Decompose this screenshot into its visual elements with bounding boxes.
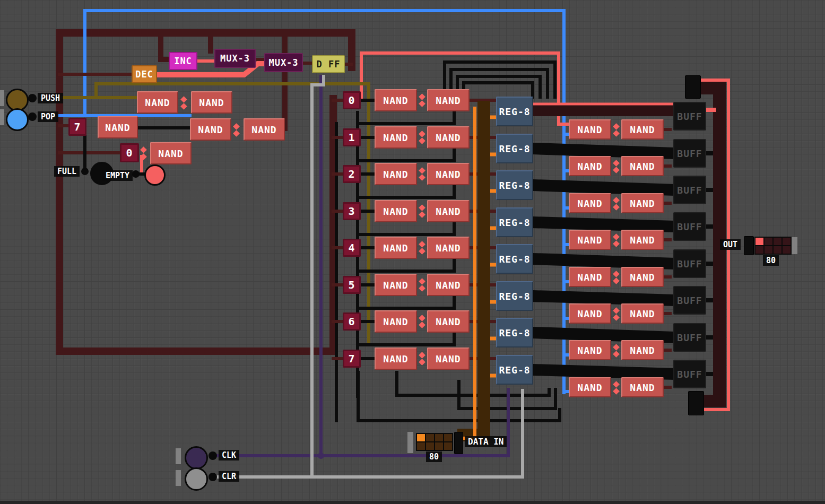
index-const-2[interactable]: 2 bbox=[343, 165, 361, 183]
nand-gate[interactable]: NAND bbox=[375, 163, 417, 185]
bit-cell-3[interactable] bbox=[444, 434, 452, 441]
nand-gate[interactable]: NAND bbox=[621, 119, 664, 140]
buff-chip[interactable]: BUFF bbox=[673, 139, 706, 168]
nand-gate[interactable]: NAND bbox=[427, 200, 470, 222]
nand-gate[interactable]: NAND bbox=[569, 119, 611, 140]
buff-chip[interactable]: BUFF bbox=[673, 102, 706, 131]
nand-gate[interactable]: NAND bbox=[569, 303, 611, 324]
bit-cell-2[interactable] bbox=[435, 434, 443, 441]
nand-gate[interactable]: NAND bbox=[375, 126, 417, 149]
nand-gate[interactable]: NAND bbox=[150, 142, 192, 164]
nand-gate[interactable]: NAND bbox=[244, 118, 285, 141]
bit-cell-6 bbox=[774, 246, 781, 254]
nand-gate[interactable]: NAND bbox=[375, 237, 417, 259]
mux3-chip-a[interactable]: MUX-3 bbox=[214, 49, 256, 68]
pop-button[interactable] bbox=[6, 108, 29, 131]
nand-gate[interactable]: NAND bbox=[427, 310, 470, 333]
dff-chip[interactable]: D FF bbox=[312, 55, 345, 73]
data-in-byte-input[interactable] bbox=[416, 433, 453, 451]
index-const-5[interactable]: 5 bbox=[343, 276, 361, 294]
out-handle[interactable] bbox=[792, 237, 797, 254]
bit-cell-5[interactable] bbox=[426, 442, 434, 450]
inc-chip[interactable]: INC bbox=[169, 52, 197, 70]
const-zero[interactable]: 0 bbox=[120, 143, 139, 162]
nand-gate[interactable]: NAND bbox=[569, 156, 611, 176]
reg8-chip[interactable]: REG-8 bbox=[496, 134, 533, 163]
buff-chip[interactable]: BUFF bbox=[673, 249, 706, 278]
nand-gate[interactable]: NAND bbox=[621, 303, 664, 324]
nand-gate[interactable]: NAND bbox=[375, 89, 417, 111]
nand-gate[interactable]: NAND bbox=[375, 347, 417, 370]
out-connector bbox=[744, 236, 754, 255]
index-const-3[interactable]: 3 bbox=[343, 202, 361, 220]
bit-cell-0[interactable] bbox=[417, 434, 425, 441]
nand-gate[interactable]: NAND bbox=[621, 377, 664, 397]
out-bus-top-connector bbox=[685, 75, 701, 99]
nand-gate[interactable]: NAND bbox=[427, 274, 470, 296]
nand-gate[interactable]: NAND bbox=[427, 237, 470, 259]
wire bbox=[358, 224, 454, 234]
dec-chip[interactable]: DEC bbox=[132, 65, 157, 83]
bit-cell-7[interactable] bbox=[444, 442, 452, 450]
index-const-6[interactable]: 6 bbox=[343, 312, 361, 331]
push-port-stub bbox=[0, 90, 4, 106]
buff-chip[interactable]: BUFF bbox=[673, 323, 706, 352]
wire bbox=[358, 187, 454, 197]
bit-cell-4 bbox=[755, 246, 763, 254]
buff-chip[interactable]: BUFF bbox=[673, 176, 706, 204]
nand-gate[interactable]: NAND bbox=[191, 91, 232, 114]
clk-button[interactable] bbox=[185, 446, 208, 470]
nand-gate[interactable]: NAND bbox=[569, 267, 611, 287]
bit-cell-1[interactable] bbox=[426, 434, 434, 441]
nand-gate[interactable]: NAND bbox=[427, 163, 470, 185]
index-const-4[interactable]: 4 bbox=[343, 239, 361, 257]
clr-label: CLR bbox=[219, 471, 239, 482]
full-label: FULL bbox=[54, 166, 80, 177]
bottom-strip bbox=[0, 501, 825, 504]
nand-gate[interactable]: NAND bbox=[621, 193, 664, 213]
mux3-chip-b[interactable]: MUX-3 bbox=[264, 53, 303, 72]
nand-gate[interactable]: NAND bbox=[375, 310, 417, 333]
nand-gate[interactable]: NAND bbox=[427, 126, 470, 149]
nand-gate[interactable]: NAND bbox=[427, 89, 470, 111]
nand-gate[interactable]: NAND bbox=[190, 118, 231, 141]
reg8-chip[interactable]: REG-8 bbox=[496, 355, 533, 385]
bit-cell-2 bbox=[774, 238, 781, 245]
nand-gate[interactable]: NAND bbox=[427, 347, 470, 370]
index-const-1[interactable]: 1 bbox=[343, 128, 361, 146]
index-const-0[interactable]: 0 bbox=[343, 91, 361, 109]
buff-chip[interactable]: BUFF bbox=[673, 212, 706, 241]
reg8-chip[interactable]: REG-8 bbox=[496, 170, 533, 200]
nand-gate[interactable]: NAND bbox=[621, 340, 664, 360]
wire-clk bbox=[213, 389, 508, 456]
const-seven[interactable]: 7 bbox=[68, 118, 86, 136]
reg8-chip[interactable]: REG-8 bbox=[496, 97, 533, 126]
out-value: 80 bbox=[763, 255, 779, 266]
nand-gate[interactable]: NAND bbox=[621, 230, 664, 250]
wire-data-in-orange bbox=[462, 108, 475, 438]
nand-gate[interactable]: NAND bbox=[569, 377, 611, 397]
wire bbox=[358, 334, 454, 345]
reg8-chip[interactable]: REG-8 bbox=[496, 318, 533, 347]
reg8-chip[interactable]: REG-8 bbox=[496, 207, 533, 237]
nand-gate[interactable]: NAND bbox=[375, 200, 417, 222]
empty-light bbox=[144, 164, 166, 186]
nand-gate[interactable]: NAND bbox=[621, 156, 664, 176]
index-const-7[interactable]: 7 bbox=[343, 350, 361, 368]
nand-gate[interactable]: NAND bbox=[621, 267, 664, 287]
bit-cell-6[interactable] bbox=[435, 442, 443, 450]
nand-gate[interactable]: NAND bbox=[375, 274, 417, 296]
reg8-chip[interactable]: REG-8 bbox=[496, 244, 533, 274]
nand-gate[interactable]: NAND bbox=[98, 116, 138, 138]
nand-gate[interactable]: NAND bbox=[569, 340, 611, 360]
nand-gate[interactable]: NAND bbox=[569, 230, 611, 250]
buff-chip[interactable]: BUFF bbox=[673, 286, 706, 315]
data-in-handle[interactable] bbox=[407, 432, 413, 453]
bit-cell-4[interactable] bbox=[417, 442, 425, 450]
buff-chip[interactable]: BUFF bbox=[673, 360, 706, 388]
pop-dot bbox=[28, 112, 37, 121]
nand-gate[interactable]: NAND bbox=[137, 91, 178, 114]
nand-gate[interactable]: NAND bbox=[569, 193, 611, 213]
reg8-chip[interactable]: REG-8 bbox=[496, 281, 533, 311]
clr-button[interactable] bbox=[185, 467, 208, 491]
